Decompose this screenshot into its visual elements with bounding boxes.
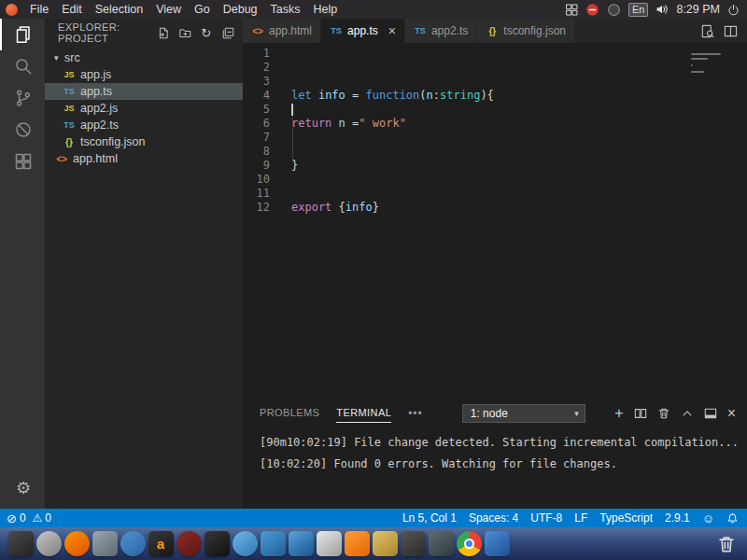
code-line[interactable]	[291, 173, 747, 187]
notifications-bell-icon[interactable]	[726, 512, 739, 525]
tree-item-app.ts[interactable]: TSapp.ts	[45, 83, 243, 100]
gutter: 123456789101112	[243, 43, 278, 399]
status-2-9-1[interactable]: 2.9.1	[665, 511, 690, 525]
menu-tasks[interactable]: Tasks	[264, 0, 307, 19]
tree-item-src[interactable]: ▾src	[45, 49, 243, 66]
plus-icon[interactable]: +	[614, 406, 623, 421]
menu-file[interactable]: File	[23, 0, 55, 19]
panel-tab-problems[interactable]: PROBLEMS	[260, 404, 319, 423]
dock-icon-chrome[interactable]	[457, 531, 482, 556]
tree-item-app2.ts[interactable]: TSapp2.ts	[45, 117, 243, 133]
workspace-grid-icon[interactable]	[566, 4, 578, 16]
close-icon[interactable]: ×	[727, 406, 736, 421]
dock-icon-writer[interactable]	[289, 531, 314, 556]
menu-selection[interactable]: Selection	[89, 0, 149, 19]
code-line[interactable]: }	[291, 159, 747, 173]
tab-app.html[interactable]: <>app.html	[243, 19, 321, 43]
dock-icon-image-tool[interactable]	[92, 531, 118, 556]
split-editor-icon[interactable]	[723, 23, 738, 38]
indicator-circle-icon[interactable]	[607, 3, 621, 17]
dock-icon-dark-app[interactable]	[401, 531, 426, 556]
html-file-icon: <>	[251, 26, 264, 36]
status-ln-5-col-1[interactable]: Ln 5, Col 1	[402, 511, 457, 525]
code-line[interactable]	[291, 47, 747, 61]
tab-app2.ts[interactable]: TSapp2.ts	[405, 19, 477, 43]
activity-settings[interactable]: ⚙	[0, 472, 45, 504]
tab-app.ts[interactable]: TSapp.ts×	[321, 19, 405, 43]
code-line[interactable]	[291, 103, 747, 117]
dock-icon-draw-tool[interactable]	[373, 531, 398, 556]
volume-icon[interactable]	[655, 3, 669, 16]
status-typescript[interactable]: TypeScript	[599, 511, 653, 525]
dock-icon-firefox[interactable]	[64, 531, 90, 556]
tree-item-app2.js[interactable]: JSapp2.js	[45, 100, 243, 117]
problems-warnings[interactable]: ⚠ 0	[33, 511, 51, 525]
code-area[interactable]: let info = function(n:string){return n =…	[278, 43, 747, 399]
collapse-all-icon[interactable]	[220, 25, 235, 40]
code-line[interactable]	[291, 61, 747, 75]
power-icon[interactable]	[727, 4, 740, 16]
dock-icon-vlc[interactable]	[345, 531, 370, 556]
dock-icon-amazon[interactable]: a	[148, 531, 174, 556]
trash-icon[interactable]	[657, 407, 670, 420]
dock-icon-settings[interactable]	[36, 531, 62, 556]
dock-icon-inkscape[interactable]	[429, 531, 454, 556]
activity-explorer[interactable]	[0, 19, 45, 50]
dock-icon-updater[interactable]	[120, 531, 146, 556]
menu-help[interactable]: Help	[307, 0, 345, 19]
code-line[interactable]	[291, 75, 747, 89]
terminal-selector[interactable]: 1: node ▾	[462, 404, 585, 423]
status-utf-8[interactable]: UTF-8	[530, 511, 562, 525]
ts-file-icon: TS	[414, 26, 427, 35]
dock-icon-file-manager[interactable]	[8, 531, 34, 556]
status-lf[interactable]: LF	[574, 511, 587, 525]
trash-icon[interactable]	[716, 534, 737, 554]
close-icon[interactable]: ×	[388, 24, 396, 37]
tree-item-app.js[interactable]: JSapp.js	[45, 66, 243, 83]
status-spaces-4[interactable]: Spaces: 4	[469, 511, 518, 525]
activity-search[interactable]	[0, 50, 45, 82]
window-control-icon[interactable]	[6, 4, 18, 16]
panel-icon[interactable]	[704, 407, 717, 420]
panel-tab-terminal[interactable]: TERMINAL	[336, 404, 391, 423]
preview-icon[interactable]	[699, 23, 714, 38]
keyboard-layout-indicator[interactable]: En	[628, 3, 648, 17]
activity-source-control[interactable]	[0, 82, 45, 114]
dock-icon-blue-app[interactable]	[485, 531, 510, 556]
dock-icon-deluge[interactable]	[233, 531, 258, 556]
feedback-smiley-icon[interactable]: ☺	[702, 512, 714, 525]
dock-icon-media-app[interactable]	[176, 531, 202, 556]
new-folder-icon[interactable]	[177, 25, 192, 40]
problems-errors[interactable]: ⊘ 0	[7, 511, 26, 525]
tree-item-app.html[interactable]: <>app.html	[45, 150, 243, 167]
split-icon[interactable]	[634, 407, 647, 420]
menu-debug[interactable]: Debug	[217, 0, 264, 19]
terminal-output[interactable]: [90m10:02:19] File change detected. Star…	[243, 436, 747, 470]
code-editor[interactable]: 123456789101112 let info = function(n:st…	[243, 43, 747, 399]
tree-item-tsconfig.json[interactable]: {}tsconfig.json	[45, 133, 243, 150]
code-line[interactable]	[291, 145, 747, 159]
code-line[interactable]	[291, 131, 747, 145]
dock-icon-office-app[interactable]	[261, 531, 286, 556]
chevron-up-icon[interactable]	[681, 407, 694, 420]
clock[interactable]: 8:29 PM	[676, 3, 720, 16]
refresh-icon[interactable]: ↻	[199, 25, 214, 40]
code-line[interactable]: export {info}	[291, 201, 747, 215]
dock-icon-document-viewer[interactable]	[317, 531, 342, 556]
menu-view[interactable]: View	[149, 0, 188, 19]
menu-edit[interactable]: Edit	[55, 0, 89, 19]
activity-extensions[interactable]	[0, 146, 45, 177]
activity-debug[interactable]	[0, 114, 45, 146]
tab-tsconfig.json[interactable]: {}tsconfig.json	[477, 19, 575, 43]
code-line[interactable]	[291, 187, 747, 201]
minimap[interactable]	[689, 47, 741, 233]
warning-count: 0	[45, 511, 51, 525]
new-file-icon[interactable]	[156, 25, 171, 40]
menu-go[interactable]: Go	[188, 0, 217, 19]
menubar-indicators: En 8:29 PM	[566, 3, 747, 17]
code-line[interactable]: return n =" work"	[291, 117, 747, 131]
code-line[interactable]: let info = function(n:string){	[291, 89, 747, 103]
dock-icon-terminal-app[interactable]	[204, 531, 230, 556]
do-not-disturb-icon[interactable]	[585, 3, 599, 17]
more-actions-icon[interactable]: •••	[408, 407, 423, 420]
